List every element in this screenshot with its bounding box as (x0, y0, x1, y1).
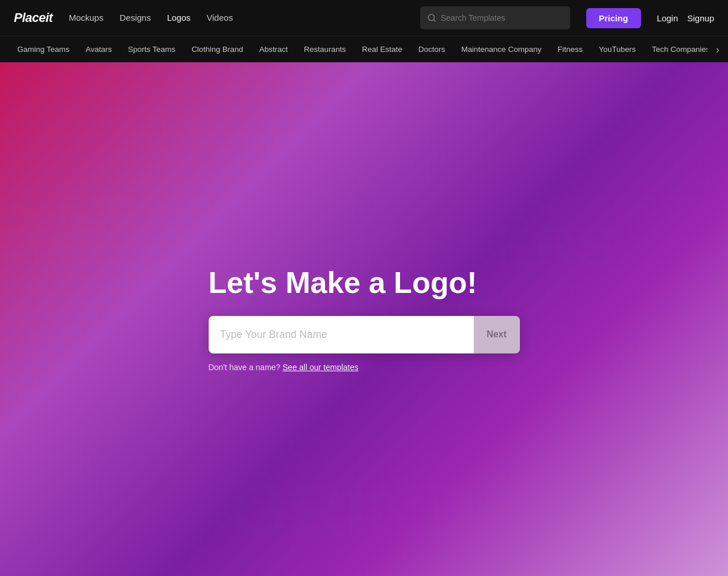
hero-content: Let's Make a Logo! Next Don't have a nam… (209, 266, 520, 371)
nav-links: Mockups Designs Logos Videos (69, 13, 403, 23)
category-item-gaming-teams[interactable]: Gaming Teams (9, 36, 78, 63)
nav-item-logos[interactable]: Logos (167, 13, 191, 23)
no-name-prompt: Don't have a name? See all our templates (209, 363, 359, 372)
category-item-youtubers[interactable]: YouTubers (591, 36, 644, 63)
see-templates-link[interactable]: See all our templates (282, 363, 359, 372)
category-item-real-estate[interactable]: Real Estate (354, 36, 410, 63)
hero-section: FORGE SE BATTLE FOR FIGHTERS RISE ADRENA… (0, 62, 728, 576)
svg-line-1 (433, 20, 435, 21)
bg-text-6: ADRENALINE (0, 437, 561, 537)
signup-link[interactable]: Signup (687, 13, 714, 23)
category-item-abstract[interactable]: Abstract (251, 36, 296, 63)
brand-name-input[interactable] (209, 316, 474, 353)
search-bar[interactable] (420, 6, 570, 29)
bg-text-2: SE (231, 108, 341, 202)
category-item-sports-teams[interactable]: Sports Teams (120, 36, 183, 63)
category-list: Gaming Teams Avatars Sports Teams Clothi… (9, 36, 728, 62)
login-link[interactable]: Login (657, 13, 678, 23)
next-button[interactable]: Next (474, 316, 520, 353)
bg-text-3: BATTLE (0, 165, 289, 277)
search-icon (427, 13, 436, 22)
search-input[interactable] (441, 13, 563, 22)
auth-links: Login Signup (657, 13, 714, 23)
nav-item-mockups[interactable]: Mockups (69, 13, 103, 23)
brand-input-row: Next (209, 316, 520, 353)
category-item-maintenance-company[interactable]: Maintenance Company (453, 36, 549, 63)
category-next-arrow[interactable]: › (707, 36, 728, 62)
bg-text-1: FORGE (0, 74, 311, 180)
nav-item-videos[interactable]: Videos (207, 13, 233, 23)
bg-text-8: ELITE (519, 524, 721, 576)
category-item-clothing-brand[interactable]: Clothing Brand (183, 36, 251, 63)
hero-title: Let's Make a Logo! (209, 266, 477, 299)
top-navigation: Placeit Mockups Designs Logos Videos Pri… (0, 0, 728, 36)
category-item-restaurants[interactable]: Restaurants (296, 36, 354, 63)
category-bar: Gaming Teams Avatars Sports Teams Clothi… (0, 36, 728, 62)
bg-text-7: GRIND (231, 466, 478, 552)
bg-text-10: VALOR (0, 339, 203, 405)
site-logo[interactable]: Placeit (14, 10, 52, 25)
pricing-button[interactable]: Pricing (586, 8, 641, 28)
category-item-fitness[interactable]: Fitness (549, 36, 591, 63)
category-item-doctors[interactable]: Doctors (410, 36, 454, 63)
category-item-avatars[interactable]: Avatars (78, 36, 120, 63)
bg-text-9: PRIMO (490, 120, 728, 226)
nav-item-designs[interactable]: Designs (119, 13, 150, 23)
